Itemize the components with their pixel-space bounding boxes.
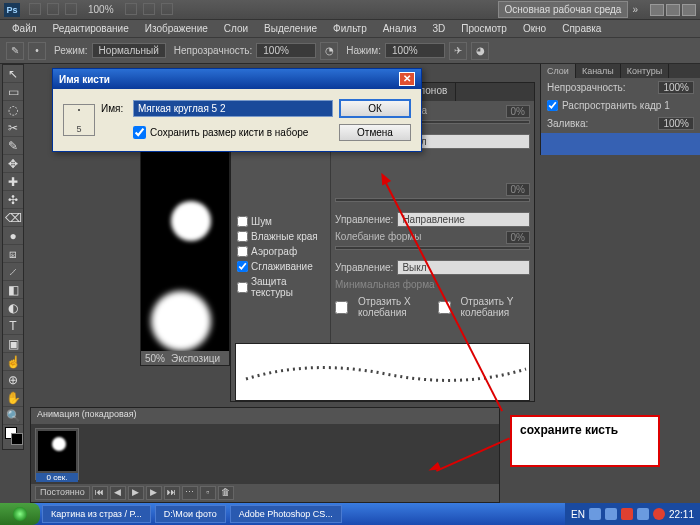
view-controls[interactable] xyxy=(122,3,176,17)
menu-image[interactable]: Изображение xyxy=(137,21,216,36)
zoom-tool[interactable]: 🔍 xyxy=(3,407,23,425)
hand-tool[interactable]: ☝ xyxy=(3,353,23,371)
menu-view[interactable]: Просмотр xyxy=(453,21,515,36)
tab-paths[interactable]: Контуры xyxy=(621,64,669,78)
tray-icon[interactable] xyxy=(605,508,617,520)
shape-jitter-value[interactable]: 0% xyxy=(506,231,530,244)
delete-frame-button[interactable]: 🗑 xyxy=(218,486,234,500)
brush-protect-texture[interactable]: Защита текстуры xyxy=(235,274,326,300)
angle-jitter-slider[interactable] xyxy=(335,198,530,202)
control-select-3[interactable]: Выкл xyxy=(397,260,530,275)
animation-frame[interactable]: 0 сек. xyxy=(35,428,79,480)
tray-icon[interactable] xyxy=(621,508,633,520)
brush-smoothing[interactable]: Сглаживание xyxy=(235,259,326,274)
lang-indicator[interactable]: EN xyxy=(571,509,585,520)
angle-jitter-value[interactable]: 0% xyxy=(506,183,530,196)
menu-select[interactable]: Выделение xyxy=(256,21,325,36)
rotate-tool[interactable]: ⊕ xyxy=(3,371,23,389)
brush-preview xyxy=(235,343,530,401)
tray-icon[interactable] xyxy=(653,508,665,520)
shape-jitter-slider[interactable] xyxy=(335,246,530,250)
menu-window[interactable]: Окно xyxy=(515,21,554,36)
reflect-x-checkbox[interactable] xyxy=(335,301,348,314)
loop-select[interactable]: Постоянно xyxy=(35,486,90,500)
tween-button[interactable]: ⋯ xyxy=(182,486,198,500)
brush-airbrush[interactable]: Аэрограф xyxy=(235,244,326,259)
layer-opacity-label: Непрозрачность: xyxy=(547,82,626,93)
menu-help[interactable]: Справка xyxy=(554,21,609,36)
tab-layers[interactable]: Слои xyxy=(541,64,576,78)
menu-layer[interactable]: Слои xyxy=(216,21,256,36)
cancel-button[interactable]: Отмена xyxy=(339,124,411,141)
animation-title: Анимация (покадровая) xyxy=(31,408,499,424)
quick-access[interactable] xyxy=(26,3,80,17)
brush-wet-edges[interactable]: Влажные края xyxy=(235,229,326,244)
save-size-checkbox[interactable] xyxy=(133,126,146,139)
pressure-opacity-icon[interactable]: ◔ xyxy=(320,42,338,60)
crop-tool[interactable]: ✂ xyxy=(3,119,23,137)
pressure-size-icon[interactable]: ◕ xyxy=(471,42,489,60)
gradient-tool[interactable]: ● xyxy=(3,227,23,245)
menu-edit[interactable]: Редактирование xyxy=(45,21,137,36)
eraser-tool[interactable]: ⌫ xyxy=(3,209,23,227)
dialog-title-bar[interactable]: Имя кисти ✕ xyxy=(53,69,421,89)
move-tool[interactable]: ↖ xyxy=(3,65,23,83)
first-frame-button[interactable]: ⏮ xyxy=(92,486,108,500)
tray-icon[interactable] xyxy=(637,508,649,520)
size-jitter-value[interactable]: 0% xyxy=(506,105,530,118)
eyedropper-tool[interactable]: ✎ xyxy=(3,137,23,155)
dialog-close-button[interactable]: ✕ xyxy=(399,72,415,86)
play-button[interactable]: ▶ xyxy=(128,486,144,500)
start-button[interactable] xyxy=(0,503,40,525)
clock[interactable]: 22:11 xyxy=(669,509,694,520)
brush-noise[interactable]: Шум xyxy=(235,214,326,229)
path-tool[interactable]: ◐ xyxy=(3,299,23,317)
shape-tool[interactable]: ▣ xyxy=(3,335,23,353)
taskbar-item[interactable]: D:\Мои фото xyxy=(155,505,226,523)
tray-icon[interactable] xyxy=(589,508,601,520)
brush-name-input[interactable]: Мягкая круглая 5 2 xyxy=(133,100,333,117)
lasso-tool[interactable]: ◌ xyxy=(3,101,23,119)
layer-item[interactable] xyxy=(541,133,700,155)
brush-preset-icon[interactable]: • xyxy=(28,42,46,60)
zoom-level[interactable]: 100% xyxy=(88,4,114,15)
taskbar-item[interactable]: Adobe Photoshop CS... xyxy=(230,505,342,523)
tool-preset-icon[interactable]: ✎ xyxy=(6,42,24,60)
close-button[interactable] xyxy=(682,4,696,16)
system-tray[interactable]: EN 22:11 xyxy=(565,503,700,525)
airbrush-icon[interactable]: ✈ xyxy=(449,42,467,60)
pen-tool[interactable]: ⟋ xyxy=(3,263,23,281)
blur-tool[interactable]: ⧆ xyxy=(3,245,23,263)
layer-opacity-value[interactable]: 100% xyxy=(658,81,694,94)
healing-tool[interactable]: ✥ xyxy=(3,155,23,173)
hand-tool-2[interactable]: ✋ xyxy=(3,389,23,407)
brush-tool[interactable]: ✚ xyxy=(3,173,23,191)
menu-analysis[interactable]: Анализ xyxy=(375,21,425,36)
opacity-field[interactable]: 100% xyxy=(256,43,316,58)
menu-3d[interactable]: 3D xyxy=(424,21,453,36)
doc-zoom[interactable]: 50% xyxy=(145,353,165,364)
ok-button[interactable]: ОК xyxy=(339,99,411,118)
maximize-button[interactable] xyxy=(666,4,680,16)
dodge-tool[interactable]: ◧ xyxy=(3,281,23,299)
type-tool[interactable]: T xyxy=(3,317,23,335)
prev-frame-button[interactable]: ◀ xyxy=(110,486,126,500)
stamp-tool[interactable]: ✣ xyxy=(3,191,23,209)
taskbar-item[interactable]: Картина из страз / P... xyxy=(42,505,151,523)
propagate-checkbox[interactable] xyxy=(547,100,558,111)
color-swatch[interactable] xyxy=(3,425,23,449)
next-frame-button[interactable]: ▶ xyxy=(146,486,162,500)
workspace-switcher[interactable]: Основная рабочая среда xyxy=(498,1,629,18)
menu-filter[interactable]: Фильтр xyxy=(325,21,375,36)
control-select-2[interactable]: Направление xyxy=(397,212,530,227)
frame-delay[interactable]: 0 сек. xyxy=(36,473,78,482)
new-frame-button[interactable]: ▫ xyxy=(200,486,216,500)
minimize-button[interactable] xyxy=(650,4,664,16)
blend-mode-select[interactable]: Нормальный xyxy=(92,43,166,58)
menu-file[interactable]: Файл xyxy=(4,21,45,36)
marquee-tool[interactable]: ▭ xyxy=(3,83,23,101)
layer-fill-value[interactable]: 100% xyxy=(658,117,694,130)
tab-channels[interactable]: Каналы xyxy=(576,64,621,78)
flow-field[interactable]: 100% xyxy=(385,43,445,58)
last-frame-button[interactable]: ⏭ xyxy=(164,486,180,500)
